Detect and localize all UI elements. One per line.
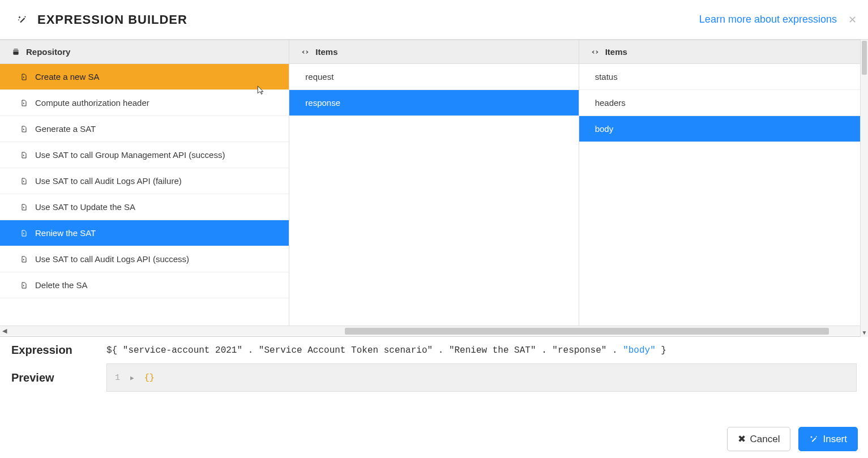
expression-label: Expression [11,344,79,357]
database-icon [11,48,20,56]
expression-suffix: } [656,345,666,356]
preview-box[interactable]: 1 ▶ {} [106,363,857,392]
list-item[interactable]: response [289,90,578,116]
items-header: Items [579,40,868,64]
insert-button[interactable]: Insert [798,427,858,451]
items-list-2: status headers body [579,64,868,142]
preview-label: Preview [11,363,79,392]
column-header-label: Items [315,47,337,57]
items-header: Items [289,40,578,64]
button-label: Insert [823,434,847,445]
item-label: request [305,72,333,82]
repository-column: Repository Create a new SA Compute autho… [0,40,289,326]
item-label: Delete the SA [35,280,88,290]
expression-value: ${ "service-account 2021" . "Service Acc… [106,345,666,356]
column-header-label: Items [605,47,627,57]
items-list-1: request response [289,64,578,116]
item-label: Compute authorization header [35,98,149,108]
wand-icon [809,435,818,444]
repository-item[interactable]: Create a new SA [0,64,289,90]
file-icon [20,229,27,237]
repository-item[interactable]: Use SAT to call Audit Logs API (failure) [0,168,289,194]
close-icon[interactable]: ✕ [848,14,857,26]
file-icon [20,281,27,289]
preview-row: Preview 1 ▶ {} [0,363,868,392]
vertical-scrollbar[interactable]: ▼ [860,40,868,337]
preview-content: {} [144,373,155,383]
preview-lineno: 1 [115,373,120,383]
repository-item[interactable]: Use SAT to call Audit Logs API (success) [0,246,289,272]
item-label: Create a new SA [35,72,99,82]
items-column-2: Items status headers body [579,40,868,326]
expand-icon[interactable]: ▶ [130,374,134,382]
list-item[interactable]: headers [579,90,868,116]
item-label: status [595,72,618,82]
item-label: body [595,124,614,134]
learn-more-link[interactable]: Learn more about expressions [699,14,837,25]
repository-item[interactable]: Delete the SA [0,272,289,298]
item-label: Use SAT to Update the SA [35,202,135,212]
file-icon [20,99,27,107]
footer-buttons: ✖ Cancel Insert [727,427,858,451]
file-icon [20,177,27,185]
repository-item[interactable]: Use SAT to Update the SA [0,194,289,220]
code-icon [301,48,310,56]
item-label: Use SAT to call Audit Logs API (failure) [35,176,182,186]
file-icon [20,255,27,263]
scroll-left-arrow[interactable]: ◀ [0,327,9,335]
horizontal-scrollbar[interactable]: ◀ ▶ [0,326,868,336]
repository-item[interactable]: Use SAT to call Group Management API (su… [0,142,289,168]
list-item[interactable]: status [579,64,868,90]
list-item[interactable]: request [289,64,578,90]
repository-list: Create a new SA Compute authorization he… [0,64,289,298]
expression-row: Expression ${ "service-account 2021" . "… [0,337,868,363]
header: EXPRESSION BUILDER Learn more about expr… [0,0,868,40]
repository-item[interactable]: Reniew the SAT [0,220,289,246]
wand-icon [17,15,27,25]
page-title: EXPRESSION BUILDER [37,12,187,27]
file-icon [20,203,27,211]
button-label: Cancel [750,434,780,445]
code-icon [591,48,600,56]
file-icon [20,125,27,133]
file-icon [20,73,27,81]
repository-header: Repository [0,40,289,64]
repository-item[interactable]: Generate a SAT [0,116,289,142]
expression-prefix: ${ "service-account 2021" . "Service Acc… [106,345,623,356]
list-item[interactable]: body [579,116,868,142]
item-label: Generate a SAT [35,124,96,134]
columns-area: Repository Create a new SA Compute autho… [0,40,868,337]
scroll-thumb[interactable] [345,328,829,335]
close-icon: ✖ [738,433,746,445]
item-label: headers [595,98,626,108]
scroll-track[interactable] [9,327,859,335]
item-label: Use SAT to call Group Management API (su… [35,150,225,160]
items-column-1: Items request response [289,40,579,326]
cancel-button[interactable]: ✖ Cancel [727,427,791,451]
scroll-down-arrow[interactable]: ▼ [861,329,868,336]
item-label: Use SAT to call Audit Logs API (success) [35,254,189,264]
vertical-scroll-thumb[interactable] [862,41,867,75]
column-header-label: Repository [26,47,70,57]
item-label: response [305,98,340,108]
expression-last: "body" [623,345,656,356]
repository-item[interactable]: Compute authorization header [0,90,289,116]
file-icon [20,151,27,159]
item-label: Reniew the SAT [35,228,96,238]
